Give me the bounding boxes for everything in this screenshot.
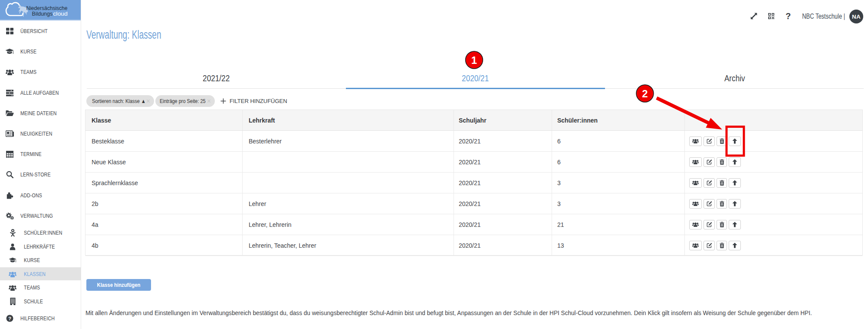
svg-text:2: 2 bbox=[642, 88, 648, 100]
svg-text:Bildungs: Bildungs bbox=[32, 10, 53, 17]
svg-text:cloud: cloud bbox=[53, 10, 68, 17]
svg-text:?: ? bbox=[8, 316, 11, 321]
svg-text:1: 1 bbox=[471, 54, 477, 66]
